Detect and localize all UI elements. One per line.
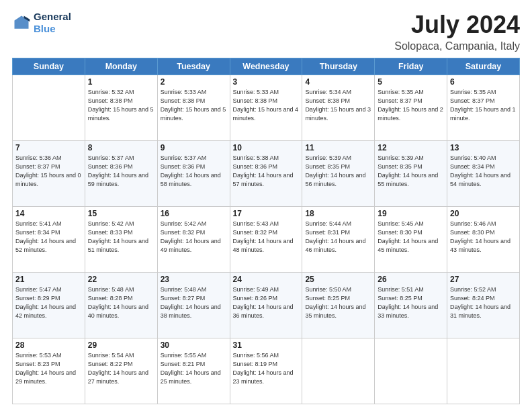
day-number: 8 (88, 143, 154, 152)
calendar-cell: 15Sunrise: 5:42 AM Sunset: 8:33 PM Dayli… (85, 207, 157, 273)
calendar-cell: 5Sunrise: 5:35 AM Sunset: 8:37 PM Daylig… (375, 75, 447, 141)
calendar-cell: 11Sunrise: 5:39 AM Sunset: 8:35 PM Dayli… (302, 141, 375, 207)
cell-text: Sunrise: 5:41 AM Sunset: 8:34 PM Dayligh… (15, 220, 82, 255)
day-number: 18 (305, 209, 371, 218)
day-number: 15 (88, 209, 154, 218)
calendar-cell: 4Sunrise: 5:34 AM Sunset: 8:38 PM Daylig… (302, 75, 375, 141)
day-number: 29 (88, 340, 154, 350)
cell-text: Sunrise: 5:36 AM Sunset: 8:37 PM Dayligh… (15, 154, 82, 189)
calendar-cell: 30Sunrise: 5:55 AM Sunset: 8:21 PM Dayli… (157, 338, 230, 404)
day-number: 11 (305, 143, 371, 152)
cell-text: Sunrise: 5:39 AM Sunset: 8:35 PM Dayligh… (305, 154, 371, 189)
cell-text: Sunrise: 5:53 AM Sunset: 8:23 PM Dayligh… (15, 351, 82, 386)
cell-text: Sunrise: 5:35 AM Sunset: 8:37 PM Dayligh… (378, 88, 444, 123)
cell-text: Sunrise: 5:33 AM Sunset: 8:38 PM Dayligh… (161, 88, 227, 123)
day-number: 3 (233, 77, 300, 87)
cell-text: Sunrise: 5:54 AM Sunset: 8:22 PM Dayligh… (88, 351, 154, 386)
logo: General Blue (12, 11, 71, 35)
day-number: 12 (378, 143, 444, 152)
cell-text: Sunrise: 5:48 AM Sunset: 8:28 PM Dayligh… (88, 285, 154, 320)
calendar-cell: 20Sunrise: 5:46 AM Sunset: 8:30 PM Dayli… (447, 207, 520, 273)
calendar-cell: 23Sunrise: 5:48 AM Sunset: 8:27 PM Dayli… (157, 273, 230, 338)
cell-text: Sunrise: 5:37 AM Sunset: 8:36 PM Dayligh… (88, 154, 154, 189)
calendar-week-4: 21Sunrise: 5:47 AM Sunset: 8:29 PM Dayli… (13, 273, 520, 338)
cell-text: Sunrise: 5:47 AM Sunset: 8:29 PM Dayligh… (15, 285, 82, 320)
cell-text: Sunrise: 5:38 AM Sunset: 8:36 PM Dayligh… (233, 154, 300, 189)
day-number: 1 (88, 77, 154, 87)
calendar-cell: 29Sunrise: 5:54 AM Sunset: 8:22 PM Dayli… (85, 338, 157, 404)
cell-text: Sunrise: 5:35 AM Sunset: 8:37 PM Dayligh… (450, 88, 517, 123)
cell-text: Sunrise: 5:34 AM Sunset: 8:38 PM Dayligh… (305, 88, 371, 123)
calendar-cell: 25Sunrise: 5:50 AM Sunset: 8:25 PM Dayli… (302, 273, 375, 338)
cell-text: Sunrise: 5:39 AM Sunset: 8:35 PM Dayligh… (378, 154, 444, 189)
day-number: 6 (450, 77, 517, 87)
day-number: 31 (233, 340, 300, 350)
calendar-cell: 19Sunrise: 5:45 AM Sunset: 8:30 PM Dayli… (375, 207, 447, 273)
calendar-cell (375, 338, 447, 404)
calendar-cell: 8Sunrise: 5:37 AM Sunset: 8:36 PM Daylig… (85, 141, 157, 207)
logo-text: General Blue (34, 11, 71, 35)
calendar-cell: 18Sunrise: 5:44 AM Sunset: 8:31 PM Dayli… (302, 207, 375, 273)
calendar-cell: 16Sunrise: 5:42 AM Sunset: 8:32 PM Dayli… (157, 207, 230, 273)
calendar-week-1: 1Sunrise: 5:32 AM Sunset: 8:38 PM Daylig… (13, 75, 520, 141)
day-number: 28 (15, 340, 82, 350)
calendar-table: SundayMondayTuesdayWednesdayThursdayFrid… (12, 58, 520, 404)
day-number: 9 (161, 143, 227, 152)
calendar-cell: 3Sunrise: 5:33 AM Sunset: 8:38 PM Daylig… (230, 75, 302, 141)
cell-text: Sunrise: 5:45 AM Sunset: 8:30 PM Dayligh… (378, 220, 444, 255)
cell-text: Sunrise: 5:42 AM Sunset: 8:32 PM Dayligh… (161, 220, 227, 255)
calendar-cell: 31Sunrise: 5:56 AM Sunset: 8:19 PM Dayli… (230, 338, 302, 404)
cell-text: Sunrise: 5:52 AM Sunset: 8:24 PM Dayligh… (450, 285, 517, 320)
day-number: 22 (88, 275, 154, 284)
calendar-cell: 13Sunrise: 5:40 AM Sunset: 8:34 PM Dayli… (447, 141, 520, 207)
day-number: 16 (161, 209, 227, 218)
day-number: 21 (15, 275, 82, 284)
cell-text: Sunrise: 5:44 AM Sunset: 8:31 PM Dayligh… (305, 220, 371, 255)
calendar-cell: 14Sunrise: 5:41 AM Sunset: 8:34 PM Dayli… (13, 207, 85, 273)
subtitle: Solopaca, Campania, Italy (394, 40, 520, 52)
day-number: 5 (378, 77, 444, 87)
day-number: 4 (305, 77, 371, 87)
calendar-header-tuesday: Tuesday (157, 58, 230, 75)
day-number: 17 (233, 209, 300, 218)
calendar-cell (13, 75, 85, 141)
calendar-cell: 28Sunrise: 5:53 AM Sunset: 8:23 PM Dayli… (13, 338, 85, 404)
calendar-week-5: 28Sunrise: 5:53 AM Sunset: 8:23 PM Dayli… (13, 338, 520, 404)
page: General Blue July 2024 Solopaca, Campani… (0, 0, 532, 411)
calendar-cell: 7Sunrise: 5:36 AM Sunset: 8:37 PM Daylig… (13, 141, 85, 207)
cell-text: Sunrise: 5:40 AM Sunset: 8:34 PM Dayligh… (450, 154, 517, 189)
cell-text: Sunrise: 5:37 AM Sunset: 8:36 PM Dayligh… (161, 154, 227, 189)
calendar-header-thursday: Thursday (302, 58, 375, 75)
cell-text: Sunrise: 5:42 AM Sunset: 8:33 PM Dayligh… (88, 220, 154, 255)
calendar-cell: 12Sunrise: 5:39 AM Sunset: 8:35 PM Dayli… (375, 141, 447, 207)
cell-text: Sunrise: 5:51 AM Sunset: 8:25 PM Dayligh… (378, 285, 444, 320)
day-number: 14 (15, 209, 82, 218)
day-number: 30 (161, 340, 227, 350)
calendar-header-row: SundayMondayTuesdayWednesdayThursdayFrid… (13, 58, 520, 75)
cell-text: Sunrise: 5:48 AM Sunset: 8:27 PM Dayligh… (161, 285, 227, 320)
calendar-cell: 10Sunrise: 5:38 AM Sunset: 8:36 PM Dayli… (230, 141, 302, 207)
calendar-cell: 9Sunrise: 5:37 AM Sunset: 8:36 PM Daylig… (157, 141, 230, 207)
day-number: 23 (161, 275, 227, 284)
calendar-cell: 2Sunrise: 5:33 AM Sunset: 8:38 PM Daylig… (157, 75, 230, 141)
cell-text: Sunrise: 5:33 AM Sunset: 8:38 PM Dayligh… (233, 88, 300, 123)
day-number: 26 (378, 275, 444, 284)
calendar-cell (302, 338, 375, 404)
cell-text: Sunrise: 5:46 AM Sunset: 8:30 PM Dayligh… (450, 220, 517, 255)
calendar-header-sunday: Sunday (13, 58, 85, 75)
calendar-week-2: 7Sunrise: 5:36 AM Sunset: 8:37 PM Daylig… (13, 141, 520, 207)
day-number: 7 (15, 143, 82, 152)
calendar-cell: 22Sunrise: 5:48 AM Sunset: 8:28 PM Dayli… (85, 273, 157, 338)
calendar-cell: 17Sunrise: 5:43 AM Sunset: 8:32 PM Dayli… (230, 207, 302, 273)
calendar-week-3: 14Sunrise: 5:41 AM Sunset: 8:34 PM Dayli… (13, 207, 520, 273)
calendar-header-friday: Friday (375, 58, 447, 75)
cell-text: Sunrise: 5:56 AM Sunset: 8:19 PM Dayligh… (233, 351, 300, 386)
day-number: 24 (233, 275, 300, 284)
day-number: 10 (233, 143, 300, 152)
calendar-cell (447, 338, 520, 404)
day-number: 19 (378, 209, 444, 218)
cell-text: Sunrise: 5:50 AM Sunset: 8:25 PM Dayligh… (305, 285, 371, 320)
calendar-cell: 26Sunrise: 5:51 AM Sunset: 8:25 PM Dayli… (375, 273, 447, 338)
day-number: 2 (161, 77, 227, 87)
logo-icon (12, 13, 31, 32)
